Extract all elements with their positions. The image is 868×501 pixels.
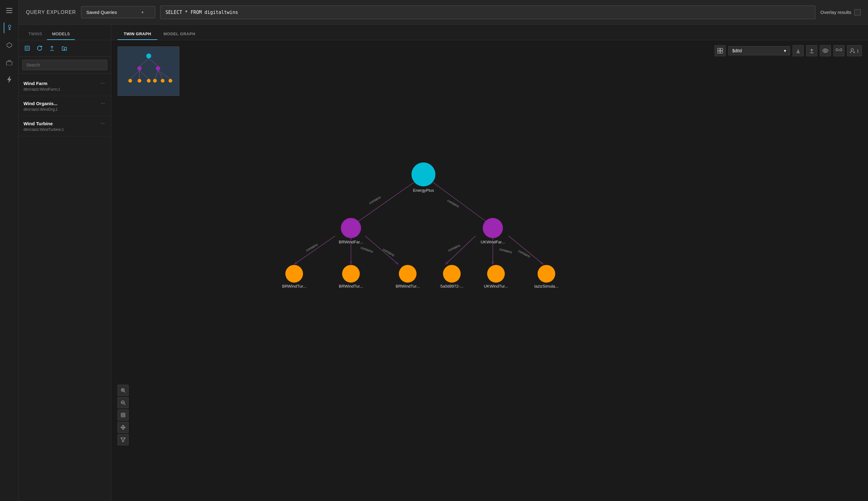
model-name: Wind Farm	[23, 81, 47, 86]
node-brwindtur2[interactable]	[342, 265, 360, 283]
node-5a0d-label: 5a0d8972-...	[440, 284, 463, 289]
node-ukwindtur[interactable]	[487, 265, 505, 283]
sidebar-icons	[0, 0, 19, 501]
model-id: dtmi:laziz:WindTurbine;1	[23, 127, 106, 132]
dropdown-arrow-icon: ▾	[142, 10, 143, 14]
saved-queries-label: Saved Queries	[86, 10, 117, 15]
saved-queries-dropdown[interactable]: Saved Queries ▾	[81, 6, 155, 18]
svg-rect-7	[7, 62, 12, 65]
svg-rect-1	[6, 10, 12, 11]
node-lazizsimul[interactable]	[537, 265, 555, 283]
zoom-in-button[interactable]	[118, 385, 129, 396]
svg-line-47	[509, 236, 543, 264]
overlay-results-container: Overlay results	[821, 9, 860, 15]
top-bar: QUERY EXPLORER Saved Queries ▾ Overlay r…	[19, 0, 868, 25]
graph-area: $dtId ▾	[111, 40, 868, 501]
overlay-results-label: Overlay results	[821, 10, 851, 15]
node-ukwindtur-label: UKWindTur...	[484, 284, 508, 289]
fit-view-button[interactable]	[118, 409, 129, 420]
model-item-header: Wind Organis... ···	[23, 100, 106, 106]
model-id: dtmi:laziz:WindOrg;1	[23, 107, 106, 111]
svg-rect-2	[6, 12, 12, 13]
node-lazizsimul-label: lazizSimula...	[534, 284, 558, 289]
query-input[interactable]	[160, 6, 815, 19]
tab-model-graph[interactable]: MODEL GRAPH	[158, 29, 202, 40]
upload-button[interactable]	[47, 43, 57, 53]
model-item-header: Wind Farm ···	[23, 81, 106, 86]
edge-label-contains4: contains	[360, 246, 374, 254]
node-5a0d[interactable]	[443, 265, 461, 283]
node-ukwindfar[interactable]	[483, 218, 503, 238]
graph-tabs: TWIN GRAPH MODEL GRAPH	[111, 25, 868, 40]
node-brwindfar-label: BRWindFar...	[339, 240, 363, 244]
svg-rect-55	[121, 413, 125, 417]
edge-label-contains1: contains	[368, 195, 381, 205]
select-tool-button[interactable]	[22, 43, 32, 53]
content-area: TWINS MODELS	[19, 25, 868, 501]
zoom-out-button[interactable]	[118, 397, 129, 408]
svg-line-53	[124, 404, 125, 405]
filter-button[interactable]	[118, 434, 129, 445]
edge-label-contains2: contains	[447, 199, 460, 208]
svg-line-40	[351, 182, 414, 227]
svg-point-3	[8, 25, 11, 28]
overlay-results-checkbox[interactable]	[854, 9, 860, 15]
svg-marker-6	[7, 43, 12, 47]
node-ukwindfar-label: UKWindFar...	[481, 240, 505, 244]
model-name: Wind Organis...	[23, 101, 57, 106]
hamburger-menu-icon[interactable]	[4, 5, 15, 16]
right-panel: TWIN GRAPH MODEL GRAPH	[111, 25, 868, 501]
models-nav-icon[interactable]	[4, 40, 15, 51]
svg-rect-9	[26, 47, 29, 50]
tab-twin-graph[interactable]: TWIN GRAPH	[118, 29, 158, 40]
left-panel-tabs: TWINS MODELS	[19, 25, 111, 40]
models-list: Wind Farm ··· dtmi:laziz:WindFarm;1 Wind…	[19, 74, 111, 501]
model-item-wind-turbine[interactable]: Wind Turbine ··· dtmi:laziz:WindTurbine;…	[19, 116, 111, 136]
svg-point-56	[122, 414, 124, 416]
node-brwindfar[interactable]	[341, 218, 361, 238]
node-energyplus-label: EnergyPlus	[413, 188, 434, 193]
twin-graph-svg: contains contains contains contains cont…	[111, 40, 868, 501]
pin-icon[interactable]	[4, 22, 15, 33]
node-brwindtur3-label: BRWindTur...	[396, 284, 420, 289]
search-input[interactable]	[22, 60, 107, 70]
node-brwindtur3[interactable]	[399, 265, 417, 283]
briefcase-icon[interactable]	[4, 57, 15, 68]
svg-rect-0	[6, 8, 12, 9]
node-brwindtur1[interactable]	[286, 265, 303, 283]
edge-label-contains6: contains	[448, 243, 461, 252]
node-brwindtur2-label: BRWindTur...	[339, 284, 363, 289]
tab-models[interactable]: MODELS	[47, 29, 75, 40]
models-toolbar	[19, 40, 111, 56]
search-input-wrap	[19, 56, 111, 74]
edge-label-contains3: contains	[305, 243, 318, 252]
zoom-controls	[118, 385, 129, 445]
model-more-icon[interactable]: ···	[99, 81, 106, 86]
left-panel: TWINS MODELS	[19, 25, 111, 501]
svg-line-49	[124, 391, 125, 393]
model-name: Wind Turbine	[23, 121, 53, 126]
app-title: QUERY EXPLORER	[26, 10, 76, 15]
lightning-icon[interactable]	[4, 74, 15, 85]
refresh-button[interactable]	[35, 43, 44, 53]
model-item-wind-farm[interactable]: Wind Farm ··· dtmi:laziz:WindFarm;1	[19, 76, 111, 96]
svg-line-41	[433, 182, 493, 227]
model-more-icon[interactable]: ···	[99, 100, 106, 106]
edge-label-contains8: contains	[518, 249, 531, 258]
model-item-header: Wind Turbine ···	[23, 121, 106, 126]
model-item-wind-org[interactable]: Wind Organis... ··· dtmi:laziz:WindOrg;1	[19, 96, 111, 116]
pan-button[interactable]	[118, 422, 129, 433]
svg-marker-59	[121, 438, 125, 441]
svg-line-42	[294, 236, 335, 264]
main-content: QUERY EXPLORER Saved Queries ▾ Overlay r…	[19, 0, 868, 501]
import-folder-button[interactable]	[60, 43, 69, 53]
model-id: dtmi:laziz:WindFarm;1	[23, 87, 106, 92]
edge-label-contains7: contains	[499, 247, 513, 254]
model-more-icon[interactable]: ···	[99, 121, 106, 126]
tab-twins[interactable]: TWINS	[23, 29, 47, 40]
node-energyplus[interactable]	[411, 162, 436, 186]
node-brwindtur1-label: BRWindTur...	[282, 284, 306, 289]
